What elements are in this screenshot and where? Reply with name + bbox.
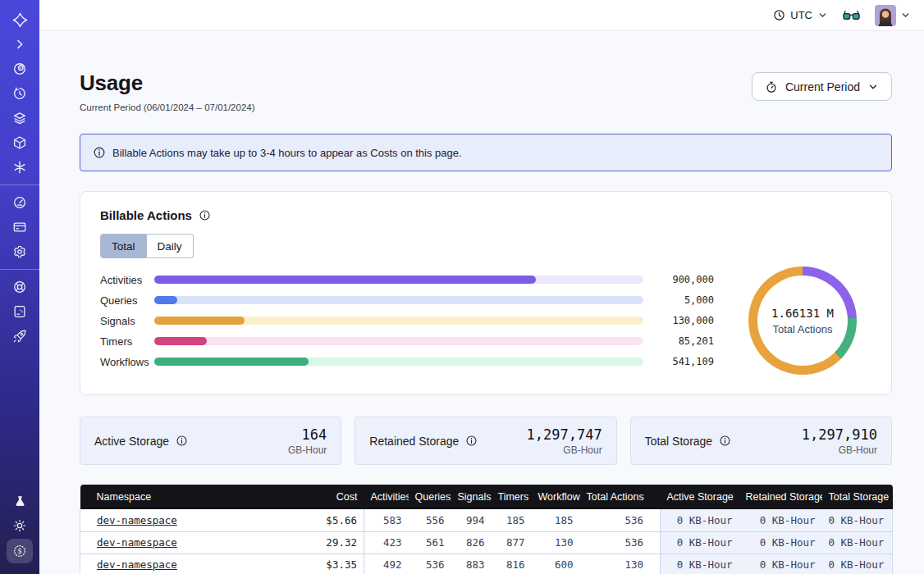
sidebar: $ (0, 0, 39, 574)
table-row: dev-namespace 29.32 423 561 826 877 130 … (80, 531, 893, 554)
bar-value: 130,000 (653, 315, 714, 326)
sidebar-expand-button[interactable] (0, 32, 39, 57)
target-icon (12, 61, 27, 76)
column-header: Total Actions (580, 485, 661, 509)
timers-cell: 816 (492, 554, 532, 574)
total-storage-cell: 0 KB-Hour (822, 531, 893, 554)
dev-mode-toggle[interactable] (843, 9, 860, 21)
bar-fill (154, 317, 245, 325)
active-storage-cell: 0 KB-Hour (661, 531, 739, 554)
total-actions-cell: 536 (580, 531, 661, 554)
queries-cell: 536 (409, 554, 451, 574)
total-storage-cell: 0 KB-Hour (822, 554, 893, 574)
storage-card-unit: GB-Hour (288, 444, 327, 456)
cost-cell: $5.66 (300, 509, 364, 531)
info-icon[interactable] (199, 209, 211, 221)
cost-cell: 29.32 (300, 531, 364, 554)
timers-cell: 185 (492, 509, 532, 531)
user-menu[interactable] (875, 5, 911, 26)
chevron-right-icon (13, 38, 26, 51)
bar-track (154, 296, 643, 304)
activities-cell: 583 (364, 509, 409, 531)
storage-card-unit: GB-Hour (802, 444, 877, 456)
sidebar-item-namespaces[interactable] (0, 57, 39, 81)
sidebar-item-usage-gauge[interactable] (0, 190, 39, 215)
table-header-row: Namespace Cost Activities Queries Signal… (80, 485, 893, 509)
sidebar-divider (0, 269, 39, 270)
bar-label: Signals (100, 315, 151, 327)
chevron-down-icon (867, 81, 879, 93)
info-banner: Billable Actions may take up to 3-4 hour… (80, 134, 892, 171)
sidebar-item-theme[interactable] (0, 513, 39, 538)
storage-card-label: Active Storage (94, 435, 169, 448)
namespace-link[interactable]: dev-namespace (97, 536, 177, 549)
info-icon[interactable] (719, 435, 731, 447)
dollar-coin-icon: $ (12, 544, 27, 558)
gauge-icon (12, 195, 27, 210)
bar-value: 85,201 (653, 335, 714, 347)
cube-icon (12, 135, 27, 150)
chart-row-workflows: Workflows 541,109 (100, 352, 714, 372)
bar-value: 5,000 (653, 294, 714, 306)
sidebar-item-nexus[interactable] (0, 155, 39, 180)
info-icon[interactable] (465, 435, 478, 447)
info-icon[interactable] (176, 435, 188, 447)
bar-label: Timers (100, 335, 151, 348)
clock-icon (773, 9, 785, 21)
storage-card-value: 1,297,747 (527, 426, 602, 443)
sidebar-item-deployments[interactable] (0, 130, 39, 155)
bar-track (154, 358, 643, 366)
sidebar-item-schedules[interactable] (0, 81, 39, 106)
sidebar-item-settings[interactable] (0, 239, 39, 264)
timezone-selector[interactable]: UTC (773, 9, 828, 21)
column-header: Cost (300, 485, 364, 509)
asterisk-icon (12, 160, 27, 175)
total-actions-cell: 130 (580, 554, 661, 574)
tab-daily[interactable]: Daily (147, 234, 194, 258)
svg-text:$: $ (17, 547, 21, 555)
total-actions-donut-wrap: 1.66131 M Total Actions (734, 266, 871, 375)
namespace-link[interactable]: dev-namespace (97, 514, 177, 526)
column-header: Queries (409, 485, 451, 509)
signals-cell: 826 (451, 531, 492, 554)
column-header: Activities (364, 485, 409, 509)
chevron-down-icon (817, 10, 828, 20)
namespace-link[interactable]: dev-namespace (97, 558, 177, 571)
storage-card-value: 164 (288, 426, 327, 443)
info-icon (93, 146, 106, 159)
chart-row-signals: Signals 130,000 (100, 311, 714, 331)
queries-cell: 561 (409, 531, 451, 554)
signals-cell: 883 (451, 554, 492, 574)
active-storage-cell: 0 KB-Hour (661, 509, 739, 531)
bar-fill (154, 358, 309, 366)
sidebar-item-stack[interactable] (0, 106, 39, 130)
bar-fill (154, 296, 177, 304)
sidebar-item-docs[interactable] (0, 299, 39, 324)
storage-card-value: 1,297,910 (802, 426, 877, 443)
stopwatch-icon (765, 80, 778, 93)
sidebar-item-usage-active[interactable]: $ (0, 538, 39, 564)
storage-card-label: Retained Storage (369, 435, 459, 448)
compass-logo-icon (12, 12, 28, 28)
period-selector-button[interactable]: Current Period (752, 72, 892, 101)
active-storage-card: Active Storage 164 GB-Hour (80, 417, 341, 465)
banner-text: Billable Actions may take up to 3-4 hour… (112, 147, 462, 159)
current-period-subtitle: Current Period (06/01/2024 – 07/01/2024) (80, 102, 255, 112)
sidebar-item-getting-started[interactable] (0, 324, 39, 348)
chart-view-tabs: Total Daily (100, 234, 194, 258)
sidebar-item-billing[interactable] (0, 215, 39, 239)
credit-card-icon (12, 220, 27, 235)
storage-card-label: Total Storage (645, 435, 713, 448)
bar-fill (154, 276, 536, 284)
column-header: Retained Storage (739, 485, 822, 509)
bar-fill (154, 337, 207, 345)
timezone-label: UTC (790, 9, 812, 21)
sidebar-item-home[interactable] (0, 7, 39, 32)
bar-track (154, 276, 643, 284)
column-header: Total Storage (822, 485, 893, 509)
sidebar-item-labs[interactable] (0, 489, 39, 513)
tab-total[interactable]: Total (100, 234, 147, 258)
bar-value: 900,000 (653, 274, 714, 285)
glasses-icon (843, 9, 860, 21)
sidebar-item-support[interactable] (0, 275, 39, 299)
